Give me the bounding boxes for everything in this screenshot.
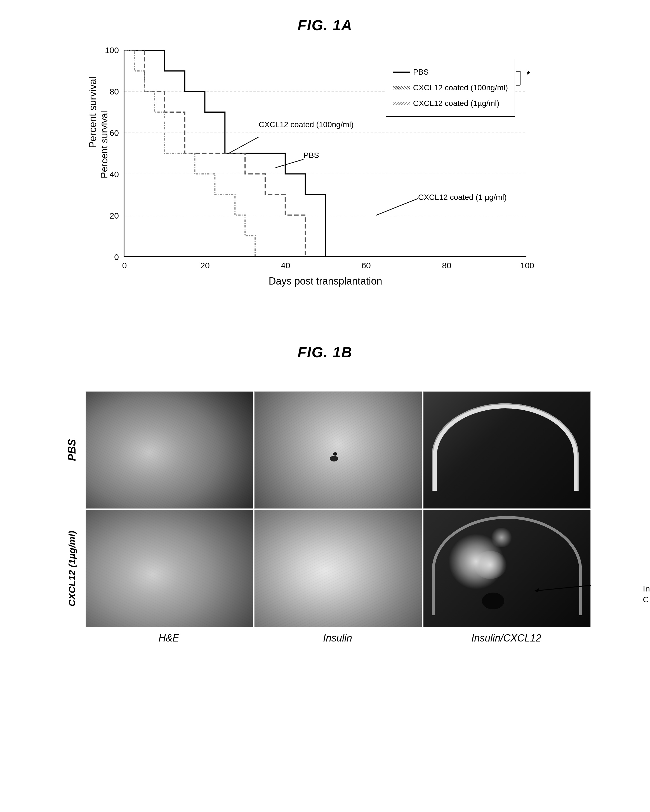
insulin-cxcl12-callout-text: Insulin/CXCL12 (643, 583, 650, 605)
fig-1b-grid: PBS (59, 391, 591, 627)
x-tick-100: 100 (520, 261, 534, 270)
legend-label-100ng: CXCL12 coated (100ng/ml) (413, 80, 508, 96)
img-cxcl-insulin (254, 510, 422, 627)
x-tick-20: 20 (200, 261, 210, 270)
y-tick-100: 100 (105, 46, 119, 55)
img-pbs-he (86, 391, 253, 509)
y-axis-label-text: Percent survival (99, 150, 110, 179)
chart-area: 0 20 40 60 80 100 0 20 40 60 80 100 Days… (124, 50, 526, 257)
y-tick-60: 60 (110, 128, 119, 138)
legend-item-1ug: CXCL12 coated (1µg/ml) (393, 96, 508, 111)
img-pbs-insulin (254, 391, 422, 509)
annotation-cxcl12-1ug: CXCL12 coated (1 µg/ml) (418, 193, 507, 202)
row-label-cxcl12: CXCL12 (1µg/ml) (59, 510, 84, 627)
x-axis-title: Days post transplantation (269, 275, 382, 287)
fig-1b-title: FIG. 1B (298, 344, 352, 360)
img-cxcl-cxcl12 (423, 510, 591, 627)
callout-arrow-svg (524, 574, 602, 597)
legend-box: PBS CXCL12 coated (100ng/ml) CXCL12 coat… (386, 59, 515, 117)
x-tick-0: 0 (122, 261, 127, 270)
y-tick-0: 0 (114, 252, 119, 262)
fig-1b-wrapper: PBS (59, 391, 591, 627)
legend-label-pbs: PBS (413, 64, 429, 80)
y-tick-20: 20 (110, 211, 119, 221)
svg-marker-26 (535, 588, 539, 592)
x-tick-60: 60 (361, 261, 370, 270)
legend-line-1ug (393, 102, 410, 105)
img-pbs-cxcl12 (423, 391, 591, 509)
y-tick-40: 40 (110, 169, 119, 179)
fig-1a-title: FIG. 1A (298, 17, 352, 34)
col-label-insulin-cxcl12: Insulin/CXCL12 (422, 632, 591, 644)
legend-line-pbs (393, 72, 410, 73)
annotation-cxcl12-100: CXCL12 coated (100ng/ml) (259, 120, 353, 129)
col-label-he: H&E (84, 632, 253, 644)
x-tick-40: 40 (281, 261, 290, 270)
annotation-pbs: PBS (303, 151, 319, 160)
img-cxcl-he (86, 510, 253, 627)
legend-label-1ug: CXCL12 coated (1µg/ml) (413, 96, 500, 111)
chart-container: Percent survival (87, 42, 563, 293)
legend-item-100ng: CXCL12 coated (100ng/ml) (393, 80, 508, 96)
svg-line-25 (535, 585, 591, 591)
legend-item-pbs: PBS (393, 64, 508, 80)
y-tick-80: 80 (110, 87, 119, 96)
legend-bracket-svg (515, 70, 523, 87)
asterisk-label: * (527, 66, 530, 83)
legend-line-100ng (393, 86, 410, 89)
x-tick-80: 80 (442, 261, 451, 270)
row-label-pbs: PBS (59, 391, 84, 509)
col-labels-row: H&E Insulin Insulin/CXCL12 (59, 632, 591, 644)
fig-1b-section: PBS (59, 391, 591, 644)
col-label-insulin: Insulin (253, 632, 422, 644)
